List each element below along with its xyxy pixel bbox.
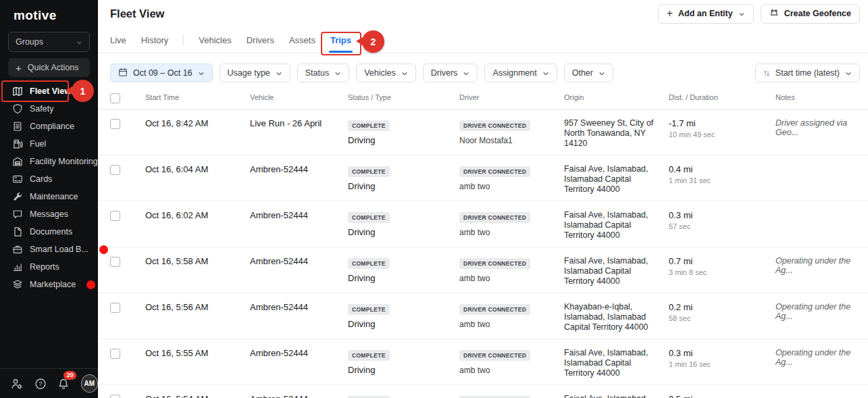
notification-count-badge: 20 xyxy=(63,371,76,380)
row-checkbox[interactable] xyxy=(110,165,120,175)
filter-other[interactable]: Other xyxy=(564,64,613,82)
filter-assignment[interactable]: Assignment xyxy=(484,64,557,82)
fuel-pump-icon xyxy=(12,139,23,149)
date-range-label: Oct 09 – Oct 16 xyxy=(133,68,193,78)
vehicle-cell[interactable]: Ambren-52444 xyxy=(250,339,348,384)
column-header: Notes xyxy=(775,93,868,109)
sidebar-item-documents[interactable]: Documents xyxy=(0,223,98,241)
sidebar-item-label: Safety xyxy=(30,104,53,114)
quick-actions-button[interactable]: + Quick Actions xyxy=(8,58,90,77)
tab-history[interactable]: History xyxy=(141,27,168,53)
start-time-cell: Oct 16, 5:54 AM xyxy=(145,385,250,398)
driver-name[interactable]: amb two xyxy=(459,228,564,237)
sidebar-item-facility-monitoring[interactable]: Facility Monitoring xyxy=(0,153,98,170)
row-checkbox-cell xyxy=(98,155,145,201)
sidebar-item-label: Marketplace xyxy=(30,280,76,289)
table-row[interactable]: Oct 16, 5:54 AMAmbren-52444COMPLETEDrivi… xyxy=(98,385,868,398)
sidebar-item-marketplace[interactable]: Marketplace xyxy=(0,276,98,293)
vehicle-cell[interactable]: Ambren-52444 xyxy=(250,155,348,201)
vehicle-cell[interactable]: Ambren-52444 xyxy=(250,385,348,398)
sidebar-item-messages[interactable]: Messages xyxy=(0,205,98,223)
add-entity-button[interactable]: + Add an Entity xyxy=(658,4,754,24)
notifications-bell-icon[interactable]: 20 xyxy=(57,377,70,391)
sidebar-item-cards[interactable]: Cards xyxy=(0,170,98,188)
sort-button[interactable]: ↑↓ Start time (latest) xyxy=(755,64,860,82)
tab-assets[interactable]: Assets xyxy=(289,27,315,53)
top-actions: + Add an Entity Create Geofence xyxy=(658,4,860,24)
vehicle-cell[interactable]: Ambren-52444 xyxy=(250,201,348,247)
sidebar-item-safety[interactable]: Safety xyxy=(0,100,98,118)
sidebar-item-smart-load-b[interactable]: Smart Load B... xyxy=(0,241,98,258)
status-badge: COMPLETE xyxy=(348,258,390,269)
tab-live[interactable]: Live xyxy=(110,27,126,53)
driver-cell: DRIVER CONNECTEDNoor Mostafa1 xyxy=(459,109,564,155)
admin-users-icon[interactable] xyxy=(11,377,24,391)
distance: 0.4 mi xyxy=(669,164,775,174)
filter-label: Drivers xyxy=(431,68,458,78)
driver-name[interactable]: amb two xyxy=(459,366,564,375)
filter-chips: Usage typeStatusVehiclesDriversAssignmen… xyxy=(220,64,613,82)
row-checkbox[interactable] xyxy=(110,119,120,129)
tab-trips[interactable]: Trips2 xyxy=(330,27,351,53)
origin-cell: Khayaban-e-Iqbal, Islamabad, Islamabad C… xyxy=(564,293,669,339)
tab-drivers[interactable]: Drivers xyxy=(247,27,274,53)
row-checkbox[interactable] xyxy=(110,303,120,313)
trip-type: Driving xyxy=(348,273,459,283)
vehicle-cell[interactable]: Live Run - 26 April xyxy=(250,109,348,155)
column-header: Start Time xyxy=(145,93,250,109)
plus-icon: + xyxy=(667,8,673,19)
distance: -1.7 mi xyxy=(669,118,775,128)
chevron-down-icon xyxy=(198,70,205,76)
date-range-filter[interactable]: Oct 09 – Oct 16 xyxy=(110,64,213,82)
table-row[interactable]: Oct 16, 5:58 AMAmbren-52444COMPLETEDrivi… xyxy=(98,247,868,293)
table-row[interactable]: Oct 16, 8:42 AMLive Run - 26 AprilCOMPLE… xyxy=(98,109,868,155)
driver-cell: DRIVER CONNECTEDamb two xyxy=(459,385,564,398)
table-row[interactable]: Oct 16, 5:55 AMAmbren-52444COMPLETEDrivi… xyxy=(98,339,868,385)
dist-duration-cell: 0.3 mi1 min 16 sec xyxy=(669,339,775,384)
driver-cell: DRIVER CONNECTEDamb two xyxy=(459,155,564,201)
row-checkbox[interactable] xyxy=(110,257,120,267)
table-row[interactable]: Oct 16, 6:04 AMAmbren-52444COMPLETEDrivi… xyxy=(98,155,868,201)
alert-dot xyxy=(86,280,95,289)
driver-name[interactable]: amb two xyxy=(459,182,564,191)
distance: 0.7 mi xyxy=(669,256,775,266)
row-checkbox[interactable] xyxy=(110,349,120,359)
filter-usage-type[interactable]: Usage type xyxy=(220,64,290,82)
status-type-cell: COMPLETEDriving xyxy=(348,201,459,247)
driver-name[interactable]: Noor Mostafa1 xyxy=(459,136,564,145)
sidebar-item-maintenance[interactable]: Maintenance xyxy=(0,188,98,205)
geofence-icon xyxy=(769,8,779,20)
select-all-checkbox[interactable] xyxy=(110,93,120,103)
sidebar-item-label: Compliance xyxy=(30,122,74,131)
filter-vehicles[interactable]: Vehicles xyxy=(356,64,416,82)
create-geofence-button[interactable]: Create Geofence xyxy=(761,4,860,24)
driver-name[interactable]: amb two xyxy=(459,274,564,283)
row-checkbox[interactable] xyxy=(110,211,120,221)
origin-cell: Faisal Ave, Islamabad, Islamabad Capital… xyxy=(564,155,669,201)
column-header: Origin xyxy=(564,93,669,109)
user-avatar[interactable]: AM xyxy=(81,374,98,393)
filter-status[interactable]: Status xyxy=(297,64,349,82)
vehicle-cell[interactable]: Ambren-52444 xyxy=(250,247,348,293)
driver-name[interactable]: amb two xyxy=(459,320,564,329)
sidebar-item-label: Smart Load B... xyxy=(30,245,88,254)
sidebar-item-compliance[interactable]: Compliance xyxy=(0,118,98,135)
sidebar-item-fuel[interactable]: Fuel xyxy=(0,135,98,153)
chevron-down-icon xyxy=(334,70,341,76)
sidebar-item-fleet-view[interactable]: Fleet View 1 xyxy=(0,82,98,100)
table-row[interactable]: Oct 16, 6:02 AMAmbren-52444COMPLETEDrivi… xyxy=(98,201,868,247)
help-icon[interactable]: ? xyxy=(34,377,47,391)
row-checkbox[interactable] xyxy=(110,395,120,398)
groups-dropdown[interactable]: Groups xyxy=(8,32,90,52)
duration: 10 min 49 sec xyxy=(669,130,775,139)
sidebar-item-reports[interactable]: Reports xyxy=(0,258,98,276)
tab-vehicles[interactable]: Vehicles xyxy=(199,27,231,53)
annotation-balloon-1: 1 xyxy=(72,80,94,102)
status-badge: COMPLETE xyxy=(348,166,390,177)
filter-drivers[interactable]: Drivers xyxy=(423,64,478,82)
status-badge: COMPLETE xyxy=(348,350,390,361)
vehicle-cell[interactable]: Ambren-52444 xyxy=(250,293,348,339)
table-row[interactable]: Oct 16, 5:56 AMAmbren-52444COMPLETEDrivi… xyxy=(98,293,868,339)
active-tab-underline xyxy=(329,51,353,53)
sidebar-item-label: Facility Monitoring xyxy=(30,157,98,166)
